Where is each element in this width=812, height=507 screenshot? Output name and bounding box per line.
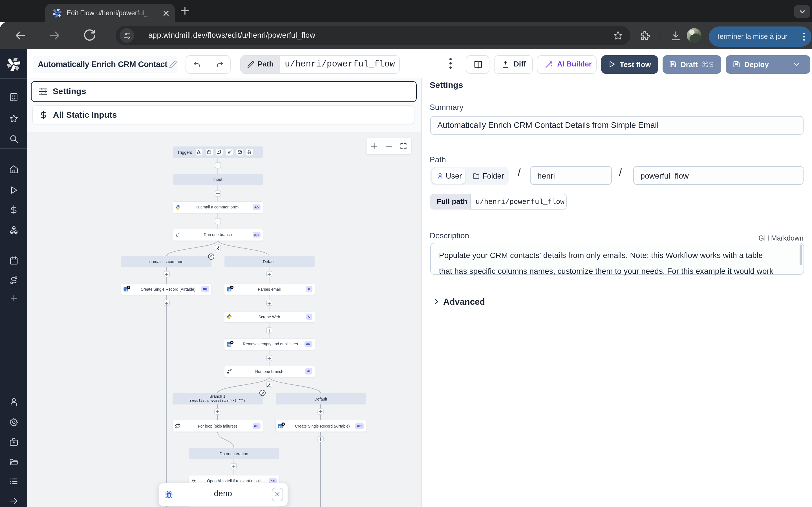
svg-text:TS: TS xyxy=(227,343,231,346)
svg-text:TS: TS xyxy=(279,425,282,428)
svg-text:TS: TS xyxy=(124,288,128,291)
svg-text:TS: TS xyxy=(227,288,231,291)
